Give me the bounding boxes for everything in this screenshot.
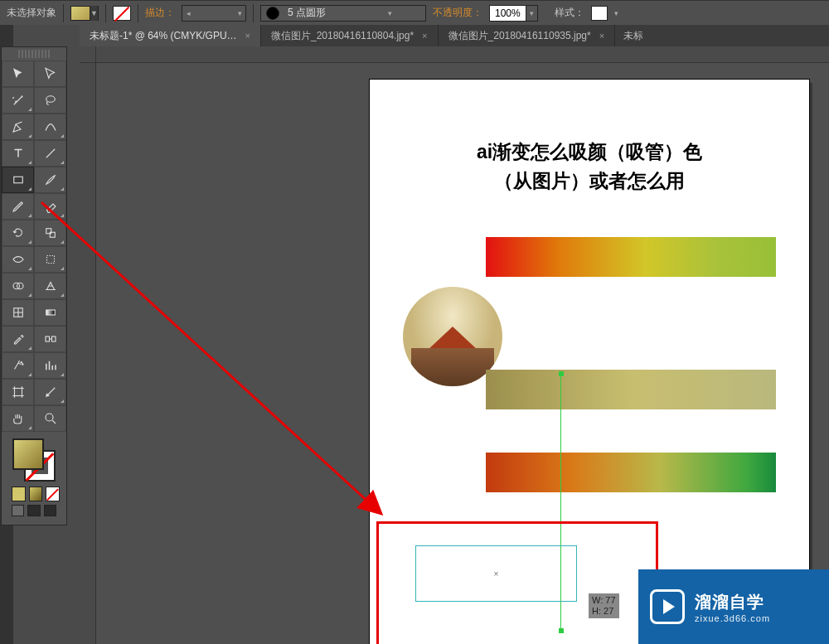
hand-tool[interactable] [2,405,34,432]
brush-dot-icon [266,7,279,20]
fill-swatch[interactable]: ▼ [70,6,99,21]
fill-stroke-indicator[interactable] [12,438,56,482]
pencil-tool[interactable] [2,193,34,220]
close-icon[interactable]: × [599,31,604,41]
measurement-tooltip: W: 77 H: 27 [589,593,619,618]
center-mark-icon: × [494,569,499,579]
perspective-tool[interactable] [34,273,66,299]
ruler-vertical[interactable] [80,63,96,644]
svg-rect-2 [46,229,51,234]
scale-tool[interactable] [34,220,66,246]
panel-grip[interactable] [18,50,50,58]
mesh-tool[interactable] [2,299,34,326]
style-swatch[interactable] [591,6,608,21]
document-tabs-bar: 未标题-1* @ 64% (CMYK/GPU… × 微信图片_201804161… [80,25,829,46]
column-graph-tool[interactable] [34,352,66,379]
direct-selection-tool[interactable] [34,61,66,87]
shape-builder-tool[interactable] [2,273,34,299]
screen-mode-normal[interactable] [12,505,24,516]
caret-down-icon[interactable]: ▼ [90,6,98,21]
paintbrush-tool[interactable] [34,167,66,193]
drawing-rectangle[interactable]: × [415,545,577,602]
color-mode-gradient[interactable] [29,487,43,501]
gradient-tool[interactable] [34,299,66,326]
caret-down-icon[interactable]: ▾ [614,9,618,17]
artwork-title-text: ai渐变怎么吸颜（吸管）色 （从图片）或者怎么用 [403,138,776,195]
ruler-horizontal[interactable] [96,46,829,63]
separator [253,4,254,22]
play-icon [650,589,685,624]
svg-rect-9 [46,337,50,341]
symbol-sprayer-tool[interactable] [2,352,34,379]
screen-mode-full[interactable] [27,505,40,516]
watermark-title: 溜溜自学 [695,591,770,613]
slice-tool[interactable] [34,379,66,405]
rectangle-tool[interactable] [2,167,34,193]
caret-down-icon[interactable]: ▾ [526,6,537,21]
line-tool[interactable] [34,140,66,167]
lasso-tool[interactable] [34,87,66,114]
stroke-none-swatch[interactable] [113,6,131,21]
svg-point-11 [21,362,22,364]
svg-point-0 [46,96,55,103]
watermark-url: zixue.3d66.com [695,613,770,623]
tab-label: 微信图片_20180416110804.jpg* [271,29,414,43]
selection-state-label: 未选择对象 [7,6,56,20]
magic-wand-tool[interactable] [2,87,34,114]
stepper-icon[interactable]: ◂ [182,6,194,21]
stroke-weight-combo[interactable]: ◂ ▾ [182,5,246,22]
watermark-badge: 溜溜自学 zixue.3d66.com [638,569,829,644]
artboard[interactable]: ai渐变怎么吸颜（吸管）色 （从图片）或者怎么用 × W: 77 H: 27 [370,80,809,644]
width-tool[interactable] [2,246,34,273]
svg-rect-1 [13,177,22,183]
tabs-overflow: 未标 [615,25,829,46]
tab-untitled-1[interactable]: 未标题-1* @ 64% (CMYK/GPU… × [80,25,261,46]
brush-combo[interactable]: ▾ [260,5,426,22]
opacity-label: 不透明度： [433,6,482,20]
blend-tool[interactable] [34,326,66,352]
color-mode-solid[interactable] [12,487,26,501]
caret-down-icon[interactable]: ▾ [384,6,395,21]
tab-label: 未标题-1* @ 64% (CMYK/GPU… [90,29,237,43]
rotate-tool[interactable] [2,220,34,246]
stroke-label: 描边： [145,6,175,20]
separator [138,4,138,22]
curvature-tool[interactable] [34,114,66,140]
svg-point-12 [22,364,23,366]
ruler-origin[interactable] [80,46,96,63]
color-mode-none[interactable] [46,487,60,501]
tools-panel [1,46,67,525]
artboard-tool[interactable] [2,379,34,405]
brush-value-input[interactable] [284,7,384,19]
canvas-area[interactable]: ai渐变怎么吸颜（吸管）色 （从图片）或者怎么用 × W: 77 H: 27 [80,46,829,644]
svg-point-14 [46,414,53,421]
screen-mode-presentation[interactable] [44,505,56,516]
fill-color-box[interactable] [12,438,44,470]
eyedropper-tool[interactable] [2,326,34,352]
zoom-tool[interactable] [34,405,66,432]
gradient-sample-3[interactable] [486,453,776,492]
gradient-sample-1[interactable] [486,237,776,277]
options-bar: 未选择对象 ▼ 描边： ◂ ▾ ▾ 不透明度： 100% ▾ 样式： ▾ [0,0,829,25]
separator [105,4,106,22]
caret-down-icon[interactable]: ▾ [234,6,245,21]
gradient-sample-2[interactable] [486,370,776,409]
opacity-value: 100% [490,7,526,19]
separator [63,4,64,22]
eraser-tool[interactable] [34,193,66,220]
free-transform-tool[interactable] [34,246,66,273]
stroke-weight-input[interactable] [194,7,234,19]
close-icon[interactable]: × [422,31,427,41]
close-icon[interactable]: × [245,31,250,41]
type-tool[interactable] [2,140,34,167]
tool-grid [2,61,66,432]
color-controls [2,432,66,525]
style-label: 样式： [555,6,584,20]
svg-rect-13 [14,389,22,396]
opacity-combo[interactable]: 100% ▾ [489,5,538,22]
tab-image-1[interactable]: 微信图片_20180416110804.jpg* × [261,25,439,46]
selection-tool[interactable] [2,61,34,87]
building-wall-shape [411,348,494,386]
tab-image-2[interactable]: 微信图片_20180416110935.jpg* × [439,25,616,46]
pen-tool[interactable] [2,114,34,140]
